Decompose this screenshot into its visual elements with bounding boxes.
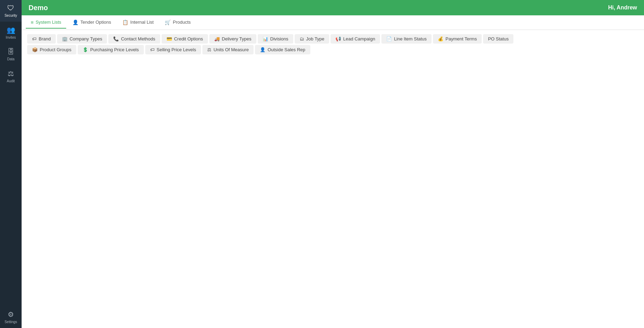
selling-price-levels-button[interactable]: 🏷 Selling Price Levels — [145, 45, 201, 54]
tab-internal-list[interactable]: 📋 Internal List — [117, 17, 158, 29]
tab-label: Tender Options — [80, 20, 111, 25]
company-types-button[interactable]: 🏢 Company Types — [57, 34, 107, 44]
audit-icon: ⚖ — [8, 69, 14, 78]
outside-sales-rep-label: Outside Sales Rep — [267, 47, 305, 52]
app-title: Demo — [29, 4, 48, 12]
tab-label: Products — [173, 20, 191, 25]
selling-price-levels-icon: 🏷 — [150, 47, 155, 52]
brand-label: Brand — [39, 36, 51, 41]
tab-products[interactable]: 🛒 Products — [160, 17, 195, 29]
credit-options-icon: 💳 — [166, 36, 172, 41]
sidebar-item-audit[interactable]: ⚖ Audit — [0, 65, 22, 87]
purchasing-price-levels-button[interactable]: 💲 Purchasing Price Levels — [78, 45, 143, 54]
shield-icon: 🛡 — [7, 4, 14, 12]
sidebar-item-invites[interactable]: 👥 Invites — [0, 22, 22, 44]
products-icon: 🛒 — [165, 20, 171, 25]
units-of-measure-button[interactable]: ⚖ Units Of Measure — [202, 45, 254, 54]
settings-icon: ⚙ — [8, 310, 14, 319]
sidebar-item-security[interactable]: 🛡 Security — [0, 0, 22, 22]
tabbar: ≡ System Lists 👤 Tender Options 📋 Intern… — [22, 15, 644, 30]
delivery-types-button[interactable]: 🚚 Delivery Types — [209, 34, 256, 44]
internal-list-icon: 📋 — [122, 20, 128, 25]
selling-price-levels-label: Selling Price Levels — [157, 47, 196, 52]
divisions-icon: 📊 — [263, 36, 268, 41]
line-item-status-icon: 📄 — [386, 36, 392, 41]
line-item-status-button[interactable]: 📄 Line Item Status — [381, 34, 432, 44]
line-item-status-label: Line Item Status — [394, 36, 427, 41]
sidebar-item-label: Data — [7, 57, 14, 61]
company-types-label: Company Types — [70, 36, 102, 41]
tender-options-icon: 👤 — [72, 20, 78, 25]
lead-campaign-button[interactable]: 📢 Lead Campaign — [331, 34, 380, 44]
content-area: 🏷 Brand 🏢 Company Types 📞 Contact Method… — [22, 30, 644, 328]
main-content: Demo Hi, Andrew ≡ System Lists 👤 Tender … — [22, 0, 644, 328]
sidebar-item-label: Settings — [5, 320, 17, 324]
contact-methods-icon: 📞 — [113, 36, 119, 41]
payment-terms-label: Payment Terms — [445, 36, 477, 41]
tab-tender-options[interactable]: 👤 Tender Options — [68, 17, 116, 29]
product-groups-button[interactable]: 📦 Product Groups — [27, 45, 76, 54]
invites-icon: 👥 — [7, 26, 15, 34]
user-greeting: Hi, Andrew — [608, 5, 637, 11]
lead-campaign-icon: 📢 — [335, 36, 341, 41]
contact-methods-button[interactable]: 📞 Contact Methods — [108, 34, 160, 44]
sidebar-item-label: Audit — [7, 79, 15, 83]
outside-sales-rep-icon: 👤 — [260, 47, 265, 52]
tab-system-lists[interactable]: ≡ System Lists — [26, 17, 66, 29]
divisions-button[interactable]: 📊 Divisions — [258, 34, 293, 44]
product-groups-icon: 📦 — [32, 47, 38, 52]
units-of-measure-label: Units Of Measure — [214, 47, 249, 52]
sidebar-item-label: Invites — [6, 36, 16, 39]
po-status-label: PO Status — [488, 36, 509, 41]
company-types-icon: 🏢 — [62, 36, 68, 41]
credit-options-label: Credit Options — [174, 36, 203, 41]
sidebar-item-settings[interactable]: ⚙ Settings — [0, 306, 22, 328]
sidebar-item-data[interactable]: 🗄 Data — [0, 44, 22, 65]
purchasing-price-levels-icon: 💲 — [83, 47, 88, 52]
outside-sales-rep-button[interactable]: 👤 Outside Sales Rep — [255, 45, 310, 54]
sidebar: 🛡 Security 👥 Invites 🗄 Data ⚖ Audit ⚙ Se… — [0, 0, 22, 328]
po-status-button[interactable]: PO Status — [483, 34, 513, 44]
brand-icon: 🏷 — [32, 36, 37, 41]
sidebar-item-label: Security — [5, 14, 17, 17]
divisions-label: Divisions — [270, 36, 288, 41]
purchasing-price-levels-label: Purchasing Price Levels — [90, 47, 139, 52]
job-type-label: Job Type — [306, 36, 325, 41]
tab-label: Internal List — [130, 20, 154, 25]
units-of-measure-icon: ⚖ — [207, 47, 211, 52]
credit-options-button[interactable]: 💳 Credit Options — [162, 34, 208, 44]
list-buttons-row-2: 📦 Product Groups 💲 Purchasing Price Leve… — [27, 45, 638, 54]
delivery-types-icon: 🚚 — [214, 36, 220, 41]
brand-button[interactable]: 🏷 Brand — [27, 34, 56, 44]
topbar: Demo Hi, Andrew — [22, 0, 644, 15]
system-lists-icon: ≡ — [31, 20, 33, 25]
delivery-types-label: Delivery Types — [222, 36, 251, 41]
job-type-button[interactable]: 🗂 Job Type — [295, 34, 329, 44]
product-groups-label: Product Groups — [40, 47, 71, 52]
lead-campaign-label: Lead Campaign — [343, 36, 375, 41]
payment-terms-icon: 💰 — [438, 36, 443, 41]
contact-methods-label: Contact Methods — [121, 36, 155, 41]
payment-terms-button[interactable]: 💰 Payment Terms — [433, 34, 482, 44]
job-type-icon: 🗂 — [300, 36, 304, 41]
tab-label: System Lists — [36, 20, 61, 25]
data-icon: 🗄 — [7, 48, 14, 56]
list-buttons-row-1: 🏷 Brand 🏢 Company Types 📞 Contact Method… — [27, 34, 638, 44]
